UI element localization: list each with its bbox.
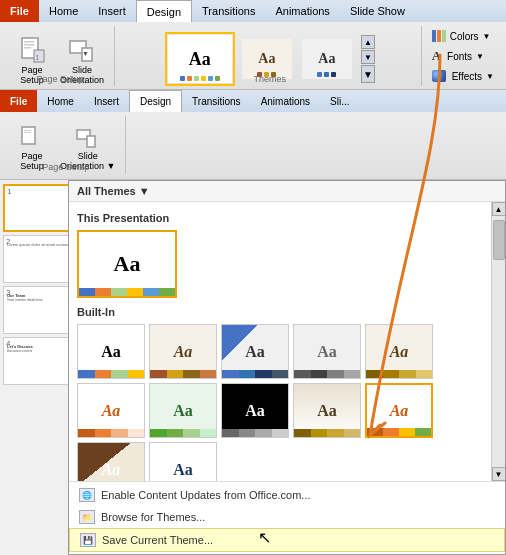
theme-builtin-10[interactable]: Aa [365, 383, 433, 438]
theme-current-aa: Aa [114, 251, 141, 277]
theme-current-colorbar [79, 288, 175, 296]
slide-thumbnails: 1 About Our Business 2 Lorem ipsum dolor… [0, 180, 68, 555]
theme-b6-bar [78, 429, 144, 437]
theme-builtin-6[interactable]: Aa [77, 383, 145, 438]
tab-design[interactable]: Design [136, 0, 192, 22]
scroll-down-arrow[interactable]: ▼ [492, 467, 506, 481]
effects-label: Effects [452, 71, 482, 82]
svg-rect-1 [24, 41, 34, 43]
slide-1-content: About Our Business [5, 186, 68, 230]
themes-body: This Presentation Aa [69, 202, 505, 481]
colors-button[interactable]: Colors ▼ [426, 28, 500, 44]
fonts-icon: A [432, 48, 441, 64]
theme-scroll-down[interactable]: ▼ [361, 50, 375, 64]
theme-b3-bar [222, 370, 288, 378]
slide-2-body: Lorem ipsum dolor sit amet consectetur a… [7, 242, 68, 247]
theme-builtin-1[interactable]: Aa [77, 324, 145, 379]
theme-b12-aa: Aa [173, 461, 193, 479]
tab2-file[interactable]: File [0, 90, 37, 112]
scroll-up-arrow[interactable]: ▲ [492, 202, 506, 216]
tab2-home[interactable]: Home [37, 90, 68, 112]
theme-aa-text: Aa [189, 49, 211, 70]
section-this-presentation: This Presentation [77, 212, 483, 224]
svg-text:↕: ↕ [35, 52, 40, 62]
theme-builtin-4[interactable]: Aa [293, 324, 361, 379]
theme-builtin-2[interactable]: Aa [149, 324, 217, 379]
slide-thumb-3[interactable]: 3 Our Team Team member details here [3, 286, 68, 334]
ribbon-second-content: PageSetup SlideOrientation ▼ Page Setup [0, 112, 68, 178]
slide-thumb-4[interactable]: 4 Let's Discuss Discussion content [3, 337, 68, 385]
theme-b11-aa: Aa [102, 461, 121, 479]
fonts-button[interactable]: A Fonts ▼ [426, 46, 500, 66]
theme-builtin-9[interactable]: Aa [293, 383, 361, 438]
slide-thumb-1[interactable]: 1 About Our Business [3, 184, 68, 232]
theme-builtin-12[interactable]: Aa [149, 442, 217, 481]
tab-slideshow[interactable]: Slide Show [340, 0, 415, 22]
slide-4-number: 4 [6, 339, 10, 348]
tab-file[interactable]: File [0, 0, 39, 22]
effects-button[interactable]: Effects ▼ [426, 68, 500, 84]
page-setup-group: ↕ PageSetup ▼ SlideOrientation [6, 26, 115, 86]
themes-dropdown: All Themes ▼ This Presentation Aa [68, 180, 506, 555]
effects-arrow: ▼ [486, 72, 494, 81]
menu-save-theme-label: Save Current Theme... [102, 534, 213, 546]
slide-2-content: Lorem ipsum dolor sit amet consectetur a… [4, 236, 68, 282]
menu-enable-updates-label: Enable Content Updates from Office.com..… [101, 489, 311, 501]
ribbon-second-tabs: File Home Insert Design Transitions Anim… [0, 90, 68, 112]
themes-scrollbar: ▲ ▼ [491, 202, 505, 481]
tab-transitions[interactable]: Transitions [192, 0, 265, 22]
theme-scroll-up[interactable]: ▲ [361, 35, 375, 49]
slide-4-body: Discussion content [7, 350, 68, 354]
tab-home[interactable]: Home [39, 0, 88, 22]
themes-group: Aa Aa [119, 26, 422, 86]
slide-1-number: 1 [7, 187, 11, 196]
main-area: File Home Insert Design Transitions Anim… [0, 90, 506, 555]
effects-icon [432, 70, 446, 82]
theme-builtin-8[interactable]: Aa [221, 383, 289, 438]
theme-b4-bar [294, 370, 360, 378]
theme-b9-aa: Aa [317, 402, 337, 420]
theme-b9-bar [294, 429, 360, 437]
menu-enable-updates[interactable]: 🌐 Enable Content Updates from Office.com… [69, 484, 505, 506]
scroll-track[interactable] [492, 216, 506, 467]
theme-builtin-3[interactable]: Aa [221, 324, 289, 379]
theme-grid-builtin: Aa Aa [77, 324, 483, 481]
svg-rect-3 [24, 47, 31, 49]
theme-current-office[interactable]: Aa [77, 230, 177, 298]
all-themes-label: All Themes ▼ [77, 185, 150, 197]
tab-animations[interactable]: Animations [265, 0, 339, 22]
theme-builtin-5[interactable]: Aa [365, 324, 433, 379]
all-themes-button[interactable]: All Themes ▼ [77, 185, 150, 197]
theme-b4-aa: Aa [317, 343, 337, 361]
slide-thumb-2[interactable]: 2 Lorem ipsum dolor sit amet consectetur… [3, 235, 68, 283]
theme-expand[interactable]: ▼ [361, 65, 375, 83]
svg-rect-9 [22, 127, 35, 144]
ribbon-top: File Home Insert Design Transitions Anim… [0, 0, 506, 90]
scroll-thumb[interactable] [493, 220, 505, 260]
fonts-arrow: ▼ [476, 52, 484, 61]
theme-b8-aa: Aa [245, 402, 265, 420]
ribbon2-pagesetup-icon [18, 124, 46, 152]
svg-rect-2 [24, 44, 34, 46]
themes-dropdown-header: All Themes ▼ [69, 181, 505, 202]
ribbon2-pagesetup-grouplabel: Page Setup [42, 162, 68, 172]
menu-browse-themes[interactable]: 📁 Browse for Themes... [69, 506, 505, 528]
theme-b7-aa: Aa [173, 402, 193, 420]
theme-office-selected[interactable]: Aa [165, 32, 235, 86]
theme-3[interactable]: Aa [299, 36, 355, 82]
theme-b1-bar [78, 370, 144, 378]
theme-b3-aa: Aa [245, 343, 265, 361]
theme-b8-bar [222, 429, 288, 437]
svg-rect-10 [24, 130, 31, 131]
slide-4-content: Let's Discuss Discussion content [4, 338, 68, 384]
section-builtin: Built-In [77, 306, 483, 318]
page-setup-group-label: Page Setup [36, 74, 83, 84]
enable-updates-icon: 🌐 [79, 488, 95, 502]
theme-builtin-11[interactable]: Aa [77, 442, 145, 481]
theme-b5-aa: Aa [390, 343, 409, 361]
menu-save-theme[interactable]: 💾 Save Current Theme... [69, 528, 505, 552]
theme-builtin-7[interactable]: Aa [149, 383, 217, 438]
colors-label: Colors [450, 31, 479, 42]
theme-b6-aa: Aa [102, 402, 121, 420]
tab-insert[interactable]: Insert [88, 0, 136, 22]
